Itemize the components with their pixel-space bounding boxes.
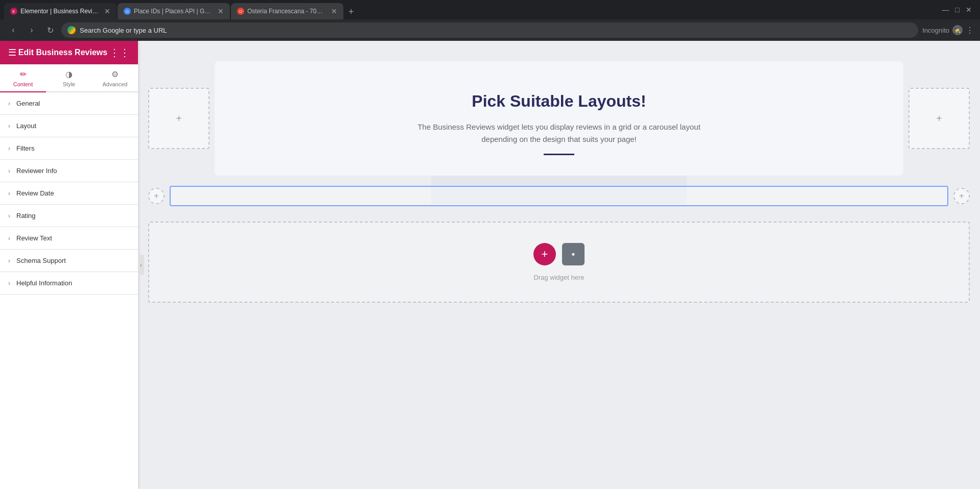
accordion-review-date[interactable]: › Review Date <box>0 182 138 205</box>
accordion-general-label: General <box>16 100 40 107</box>
arrow-review-date: › <box>8 190 10 197</box>
add-column-right-button[interactable]: + <box>908 88 970 149</box>
content-divider <box>544 154 574 155</box>
arrow-reviewer-info: › <box>8 167 10 175</box>
accordion-filters[interactable]: › Filters <box>0 137 138 160</box>
address-text: Search Google or type a URL <box>80 27 912 34</box>
incognito-icon: 🕵 <box>952 25 963 35</box>
content-area: Pick Suitable Layouts! The Business Revi… <box>215 61 903 176</box>
tab-close-3[interactable]: ✕ <box>331 7 337 15</box>
tab-osteria[interactable]: O Osteria Francescana - 705 Photo... ✕ <box>231 3 343 19</box>
arrow-filters: › <box>8 145 10 152</box>
accordion-rating[interactable]: › Rating <box>0 205 138 227</box>
accordion-schema-support[interactable]: › Schema Support <box>0 250 138 272</box>
sidebar-tabs: ✏ Content ◑ Style ⚙ Advanced <box>0 64 138 92</box>
tab-close-2[interactable]: ✕ <box>218 7 224 15</box>
accordion-layout-label: Layout <box>16 122 36 130</box>
browser-window-controls: — □ ✕ <box>942 6 972 14</box>
add-row-left-button[interactable]: + <box>148 188 165 204</box>
tab-advanced[interactable]: ⚙ Advanced <box>92 64 138 91</box>
collapse-handle[interactable]: ‹ <box>138 255 144 275</box>
top-section: + Pick Suitable Layouts! The Business Re… <box>148 61 970 176</box>
google-favicon <box>67 26 76 34</box>
content-card: Pick Suitable Layouts! The Business Revi… <box>215 61 903 176</box>
arrow-review-text: › <box>8 235 10 242</box>
browser-tabs: E Elementor | Business Reviews ✕ G Place… <box>4 0 938 19</box>
content-title: Pick Suitable Layouts! <box>472 92 646 111</box>
arrow-helpful-information: › <box>8 280 10 287</box>
canvas-area: + Pick Suitable Layouts! The Business Re… <box>138 41 980 489</box>
accordion-review-text[interactable]: › Review Text <box>0 227 138 250</box>
add-widget-button[interactable]: + <box>533 243 556 265</box>
tab-favicon-placeids: G <box>124 8 131 15</box>
arrow-schema-support: › <box>8 257 10 264</box>
canvas-content: + Pick Suitable Layouts! The Business Re… <box>148 61 970 303</box>
tab-title-placeids: Place IDs | Places API | Google... <box>134 8 213 15</box>
tab-content[interactable]: ✏ Content <box>0 64 46 92</box>
arrow-rating: › <box>8 212 10 219</box>
incognito-label: Incognito <box>922 27 949 34</box>
drop-zone-buttons: + ▪ <box>533 243 585 265</box>
drop-zone: + ▪ Drag widget here <box>148 222 970 303</box>
forward-button[interactable]: › <box>25 23 39 37</box>
maximize-button[interactable]: □ <box>955 6 960 14</box>
content-tab-icon: ✏ <box>20 69 27 79</box>
browser-chrome: E Elementor | Business Reviews ✕ G Place… <box>0 0 980 19</box>
more-options-button[interactable]: ⋮ <box>966 26 974 35</box>
incognito-area: Incognito 🕵 ⋮ <box>922 25 974 35</box>
back-button[interactable]: ‹ <box>6 23 20 37</box>
accordion-review-text-label: Review Text <box>16 234 52 242</box>
template-button[interactable]: ▪ <box>562 243 585 265</box>
tab-title-osteria: Osteria Francescana - 705 Photo... <box>247 8 326 15</box>
tab-title-elementor: Elementor | Business Reviews <box>20 8 99 15</box>
content-desc: The Business Reviews widget lets you dis… <box>406 121 712 145</box>
hamburger-icon[interactable]: ☰ <box>8 47 16 58</box>
style-tab-label: Style <box>63 81 75 87</box>
address-bar[interactable]: Search Google or type a URL <box>61 22 918 38</box>
content-tab-label: Content <box>13 81 33 87</box>
tab-favicon-osteria: O <box>237 8 244 15</box>
accordion-schema-support-label: Schema Support <box>16 257 66 264</box>
sidebar-title: Edit Business Reviews <box>18 48 107 57</box>
accordion-reviewer-info[interactable]: › Reviewer Info <box>0 160 138 182</box>
add-row-right-button[interactable]: + <box>953 188 970 204</box>
new-tab-button[interactable]: + <box>346 5 356 19</box>
tab-favicon-elementor: E <box>10 8 17 15</box>
accordion-review-date-label: Review Date <box>16 189 54 197</box>
accordion-list: › General › Layout › Filters › Rev <box>0 92 138 489</box>
drop-text: Drag widget here <box>534 274 585 281</box>
arrow-general: › <box>8 100 10 107</box>
sidebar-header: ☰ Edit Business Reviews ⋮⋮ <box>0 41 138 64</box>
advanced-tab-icon: ⚙ <box>111 69 119 79</box>
sidebar: ☰ Edit Business Reviews ⋮⋮ ✏ Content ◑ S… <box>0 41 138 489</box>
minimize-button[interactable]: — <box>942 6 949 14</box>
style-tab-icon: ◑ <box>65 69 73 79</box>
refresh-button[interactable]: ↻ <box>43 23 57 37</box>
tab-style[interactable]: ◑ Style <box>46 64 92 91</box>
accordion-reviewer-info-label: Reviewer Info <box>16 167 57 175</box>
address-bar-row: ‹ › ↻ Search Google or type a URL Incogn… <box>0 19 980 41</box>
advanced-tab-label: Advanced <box>103 81 128 87</box>
tab-placeids[interactable]: G Place IDs | Places API | Google... ✕ <box>118 3 230 19</box>
accordion-helpful-information[interactable]: › Helpful Information <box>0 272 138 295</box>
tab-close-1[interactable]: ✕ <box>104 7 110 15</box>
main-layout: ☰ Edit Business Reviews ⋮⋮ ✏ Content ◑ S… <box>0 41 980 489</box>
middle-row: + + <box>148 186 970 206</box>
arrow-layout: › <box>8 123 10 130</box>
add-column-left-button[interactable]: + <box>148 88 209 149</box>
sidebar-grid-icon[interactable]: ⋮⋮ <box>109 46 130 59</box>
accordion-rating-label: Rating <box>16 212 36 219</box>
accordion-filters-label: Filters <box>16 144 34 152</box>
accordion-general[interactable]: › General <box>0 92 138 115</box>
tab-elementor[interactable]: E Elementor | Business Reviews ✕ <box>4 3 116 19</box>
close-window-button[interactable]: ✕ <box>966 6 972 14</box>
accordion-helpful-information-label: Helpful Information <box>16 279 72 287</box>
widget-placeholder[interactable] <box>170 186 948 206</box>
accordion-layout[interactable]: › Layout <box>0 115 138 137</box>
